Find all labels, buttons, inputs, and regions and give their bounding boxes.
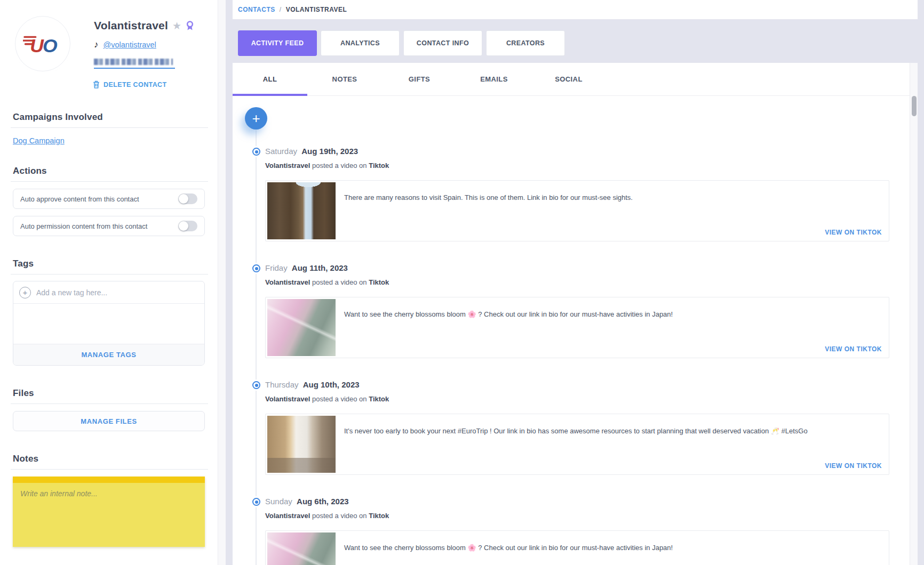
tags-heading: Tags [13,259,205,269]
svg-text:U: U [30,35,44,57]
contact-profile: U O Volantistravel ★ ♪ @volantistravel [13,0,205,96]
manage-tags-button[interactable]: MANAGE TAGS [13,344,204,365]
post-caption: There are many reasons to visit Spain. T… [344,193,878,203]
view-on-tiktok-link[interactable]: VIEW ON TIKTOK [825,345,882,353]
campaign-links: Dog Campaign [13,128,205,146]
post-caption: Want to see the cherry blossoms bloom 🌸 … [344,310,878,320]
feed-filter-tab-gifts[interactable]: GIFTS [382,63,457,95]
tags-card: + MANAGE TAGS [13,281,205,366]
entry-date: Friday Aug 11th, 2023 [265,263,348,272]
entry-byline: Volantistravel posted a video on Tiktok [265,512,389,520]
tags-empty-area [13,304,204,344]
toggle-switch[interactable] [178,221,197,231]
main-scrollbar-track[interactable] [910,63,918,565]
add-tag-row: + [13,281,204,304]
breadcrumb-root-link[interactable]: CONTACTS [238,6,275,13]
entry-day-name: Saturday [265,147,297,156]
sticky-note [13,477,205,547]
breadcrumb: CONTACTS / VOLANTISTRAVEL [238,0,347,19]
redacted-link[interactable] [94,59,175,69]
contact-sidebar: U O Volantistravel ★ ♪ @volantistravel [0,0,218,565]
breadcrumb-separator: / [280,6,282,13]
post-card: It's never too early to book your next #… [265,414,889,475]
main-tab-activity-feed[interactable]: ACTIVITY FEED [238,30,317,56]
main-tab-contact-info[interactable]: CONTACT INFO [403,30,482,56]
post-thumbnail[interactable] [267,299,336,356]
post-thumbnail[interactable] [267,416,336,473]
files-heading: Files [13,388,205,399]
notes-section: Notes [13,454,205,547]
entry-date: Thursday Aug 10th, 2023 [265,380,360,389]
post-card: Want to see the cherry blossoms bloom 🌸 … [265,530,889,565]
feed-filter-tab-all[interactable]: ALL [233,63,307,95]
feed-entry: Thursday Aug 10th, 2023 Volantistravel p… [233,380,910,497]
toggle-switch[interactable] [178,193,197,204]
star-icon[interactable]: ★ [172,21,181,31]
files-section: Files MANAGE FILES [13,388,205,431]
entry-platform: Tiktok [369,512,389,520]
entry-date-bold: Aug 11th, 2023 [292,263,348,272]
feed-filter-tabs: ALLNOTESGIFTSEMAILSSOCIAL [233,63,910,96]
notes-heading: Notes [13,454,205,464]
entry-date-bold: Aug 19th, 2023 [301,147,358,156]
main-scrollbar-thumb[interactable] [912,96,917,116]
action-toggles: Auto approve content from this contact A… [13,189,205,236]
feed-filter-tab-notes[interactable]: NOTES [307,63,382,95]
feed-entries: Saturday Aug 19th, 2023 Volantistravel p… [233,147,910,565]
campaign-link-dog-campaign[interactable]: Dog Campaign [13,136,65,145]
entry-actor: Volantistravel [265,395,310,403]
sticky-note-topbar [13,477,205,483]
uo-logo: U O [23,30,62,57]
breadcrumb-bar: CONTACTS / VOLANTISTRAVEL [233,0,918,19]
feed-filter-tab-social[interactable]: SOCIAL [531,63,606,95]
tags-section: Tags + MANAGE TAGS [13,259,205,366]
plus-circle-icon: + [19,287,31,298]
post-thumbnail[interactable] [267,532,336,565]
view-on-tiktok-link[interactable]: VIEW ON TIKTOK [825,462,882,470]
actions-section: Actions Auto approve content from this c… [13,166,205,236]
timeline-bullet-icon [252,148,260,156]
divider [11,274,208,275]
feed-filter-tab-emails[interactable]: EMAILS [457,63,531,95]
main-tab-analytics[interactable]: ANALYTICS [321,30,400,56]
toggle-card-auto-approve-content-from-this-contact: Auto approve content from this contact [13,189,205,209]
entry-date-bold: Aug 6th, 2023 [297,497,349,506]
sidebar-scrollbar-track[interactable] [218,0,226,565]
entry-platform: Tiktok [369,278,389,286]
toggle-label: Auto permission content from this contac… [20,222,147,230]
entry-platform: Tiktok [369,395,389,403]
view-on-tiktok-link[interactable]: VIEW ON TIKTOK [825,229,882,236]
main-tab-creators[interactable]: CREATORS [486,30,565,56]
entry-action: posted a video on [312,512,367,520]
feed-entry: Saturday Aug 19th, 2023 Volantistravel p… [233,147,910,263]
entry-day-name: Thursday [265,380,299,389]
toggle-knob [179,194,188,204]
entry-date: Sunday Aug 6th, 2023 [265,497,349,506]
add-activity-button[interactable]: + [245,107,267,130]
manage-files-button[interactable]: MANAGE FILES [13,411,205,431]
timeline-bullet-icon [252,498,260,506]
campaigns-heading: Campaigns Involved [13,112,205,123]
post-thumbnail[interactable] [267,182,336,239]
redacted-pixelated-text [94,59,173,65]
entry-day-name: Sunday [265,497,292,506]
timeline-bullet-icon [252,264,260,272]
toggle-label: Auto approve content from this contact [20,195,139,203]
contact-name: Volantistravel [94,19,168,32]
entry-action: posted a video on [312,278,367,286]
main-tabs: ACTIVITY FEEDANALYTICSCONTACT INFOCREATO… [238,30,565,56]
post-caption: Want to see the cherry blossoms bloom 🌸 … [344,543,878,553]
entry-byline: Volantistravel posted a video on Tiktok [265,395,389,403]
breadcrumb-current: VOLANTISTRAVEL [286,6,347,13]
add-tag-input[interactable] [36,288,198,297]
avatar: U O [15,16,70,71]
delete-contact-button[interactable]: DELETE CONTACT [93,80,205,88]
tiktok-handle-link[interactable]: @volantistravel [103,41,156,49]
activity-feed-panel: ALLNOTESGIFTSEMAILSSOCIAL + Saturday Aug… [233,63,910,565]
divider [11,469,208,470]
divider [11,181,208,182]
entry-actor: Volantistravel [265,162,310,170]
internal-note-input[interactable] [13,483,205,547]
post-card: There are many reasons to visit Spain. T… [265,180,889,241]
badge-icon [186,21,194,31]
